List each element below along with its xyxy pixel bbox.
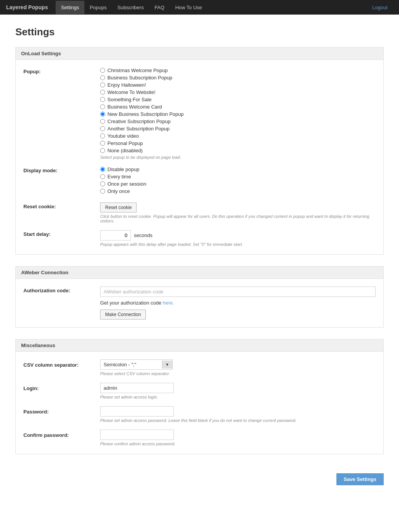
auth-code-link-row: Get your authorization code here. xyxy=(100,300,376,306)
csv-select[interactable]: Semicolon - ";" Comma - "," xyxy=(101,360,162,369)
popup-radio-10[interactable] xyxy=(100,141,105,146)
popup-radio-0[interactable] xyxy=(100,68,105,73)
popup-option-1: Business Subscription Popup xyxy=(100,75,376,81)
onload-section-body: Popup: Christmas Welcome Popup Business … xyxy=(16,60,383,254)
popup-radio-7[interactable] xyxy=(100,119,105,124)
login-hint: Please set admin access login. xyxy=(100,395,376,399)
logout-link[interactable]: Logout xyxy=(367,1,393,14)
reset-cookie-hint: Click button to reset cookie. Popup will… xyxy=(100,214,376,223)
display-mode-0: Disable popup xyxy=(100,166,376,172)
brand-logo: Layered Popups xyxy=(6,4,48,10)
login-content: Please set admin access login. xyxy=(100,383,376,399)
popup-radio-4[interactable] xyxy=(100,97,105,102)
popup-radio-8[interactable] xyxy=(100,126,105,131)
password-input[interactable] xyxy=(100,406,174,417)
confirm-password-content: Please confirm admin access password. xyxy=(100,430,376,446)
display-mode-2: Once per session xyxy=(100,181,376,187)
start-delay-input[interactable] xyxy=(100,230,131,240)
popup-option-8: Another Subscription Popup xyxy=(100,126,376,132)
save-settings-button[interactable]: Save Settings xyxy=(336,473,384,485)
popup-radio-11[interactable] xyxy=(100,148,105,153)
popup-radio-1[interactable] xyxy=(100,75,105,80)
start-delay-content: seconds Popup appears with this delay af… xyxy=(100,230,376,247)
auth-code-row: Authorization code: Get your authorizati… xyxy=(23,287,376,320)
popup-radio-3[interactable] xyxy=(100,90,105,95)
auth-code-label: Authorization code: xyxy=(23,287,100,293)
popup-option-label-3: Welcome To Website! xyxy=(107,89,155,95)
popup-option-label-11: None (disabled) xyxy=(107,148,143,153)
display-mode-label-1: Every time xyxy=(107,174,131,180)
reset-cookie-row: Reset cookie: Reset cookie Click button … xyxy=(23,203,376,223)
make-connection-wrap: Make Connection xyxy=(100,310,376,320)
navigation: Layered Popups Settings Popups Subscribe… xyxy=(0,0,399,15)
popup-label: Popup: xyxy=(23,68,100,74)
popup-radio-2[interactable] xyxy=(100,82,105,87)
popup-option-4: Something For Sale xyxy=(100,97,376,102)
display-radio-3[interactable] xyxy=(100,189,105,194)
aweber-section: AWeber Connection Authorization code: Ge… xyxy=(15,266,384,328)
auth-code-input[interactable] xyxy=(100,287,376,297)
display-mode-label-2: Once per session xyxy=(107,181,146,187)
nav-how-to-use[interactable]: How To Use xyxy=(170,1,208,14)
popup-option-9: Youtube video xyxy=(100,133,376,139)
auth-code-link[interactable]: here. xyxy=(163,300,174,306)
misc-section: Miscellaneous CSV column separator: Semi… xyxy=(15,339,384,454)
nav-faq[interactable]: FAQ xyxy=(149,1,170,14)
display-radio-0[interactable] xyxy=(100,167,105,172)
display-mode-label-3: Only once xyxy=(107,188,130,194)
popup-option-7: Creative Subscription Popup xyxy=(100,119,376,124)
display-mode-3: Only once xyxy=(100,188,376,194)
popup-option-label-2: Enjoy Halloween! xyxy=(107,82,146,88)
popup-option-3: Welcome To Website! xyxy=(100,89,376,95)
start-delay-label: Start delay: xyxy=(23,230,100,237)
reset-cookie-button[interactable]: Reset cookie xyxy=(100,203,137,212)
popup-option-label-8: Another Subscription Popup xyxy=(107,126,170,132)
display-radio-1[interactable] xyxy=(100,174,105,179)
popup-row: Popup: Christmas Welcome Popup Business … xyxy=(23,68,376,160)
start-delay-row: Start delay: seconds Popup appears with … xyxy=(23,230,376,247)
start-delay-unit: seconds xyxy=(134,232,152,238)
confirm-password-hint: Please confirm admin access password. xyxy=(100,441,376,446)
misc-section-header: Miscellaneous xyxy=(16,339,383,352)
page-title: Settings xyxy=(15,26,384,38)
make-connection-button[interactable]: Make Connection xyxy=(100,310,146,320)
display-mode-label-0: Disable popup xyxy=(107,166,139,172)
start-delay-input-row: seconds xyxy=(100,230,376,240)
onload-section-header: OnLoad Settings xyxy=(16,48,383,60)
display-radio-2[interactable] xyxy=(100,181,105,186)
nav-popups[interactable]: Popups xyxy=(84,1,112,14)
misc-section-body: CSV column separator: Semicolon - ";" Co… xyxy=(16,352,383,454)
confirm-password-row: Confirm password: Please confirm admin a… xyxy=(23,430,376,446)
popup-radio-9[interactable] xyxy=(100,133,105,138)
csv-hint: Please select CSV column separator. xyxy=(100,371,376,376)
popup-hint: Select popup to be displayed on page loa… xyxy=(100,155,376,160)
reset-cookie-label: Reset cookie: xyxy=(23,203,100,209)
auth-code-link-prefix: Get your authorization code xyxy=(100,300,163,306)
popup-option-label-1: Business Subscription Popup xyxy=(107,75,172,81)
popup-radio-5[interactable] xyxy=(100,104,105,109)
display-mode-label: Display mode: xyxy=(23,166,100,173)
display-mode-row: Display mode: Disable popup Every time O… xyxy=(23,166,376,196)
csv-content: Semicolon - ";" Comma - "," ▼ Please sel… xyxy=(100,359,376,376)
csv-row: CSV column separator: Semicolon - ";" Co… xyxy=(23,359,376,376)
popup-radio-6[interactable] xyxy=(100,112,105,117)
start-delay-hint: Popup appears with this delay after page… xyxy=(100,242,376,247)
popup-option-2: Enjoy Halloween! xyxy=(100,82,376,88)
confirm-password-label: Confirm password: xyxy=(23,430,100,438)
csv-label: CSV column separator: xyxy=(23,359,100,368)
nav-links: Settings Popups Subscribers FAQ How To U… xyxy=(56,1,208,14)
login-input[interactable] xyxy=(100,383,174,393)
reset-cookie-content: Reset cookie Click button to reset cooki… xyxy=(100,203,376,223)
save-row: Save Settings xyxy=(15,466,384,489)
password-hint: Please set admin access password. Leave … xyxy=(100,418,376,423)
nav-settings[interactable]: Settings xyxy=(56,1,84,14)
popup-option-11: None (disabled) xyxy=(100,148,376,153)
popup-option-label-10: Personal Popup xyxy=(107,140,143,146)
nav-subscribers[interactable]: Subscribers xyxy=(112,1,149,14)
password-row: Password: Please set admin access passwo… xyxy=(23,406,376,423)
login-row: Login: Please set admin access login. xyxy=(23,383,376,399)
csv-select-arrow: ▼ xyxy=(162,361,172,369)
onload-settings-section: OnLoad Settings Popup: Christmas Welcome… xyxy=(15,47,384,255)
popup-option-0: Christmas Welcome Popup xyxy=(100,68,376,73)
confirm-password-input[interactable] xyxy=(100,430,174,440)
